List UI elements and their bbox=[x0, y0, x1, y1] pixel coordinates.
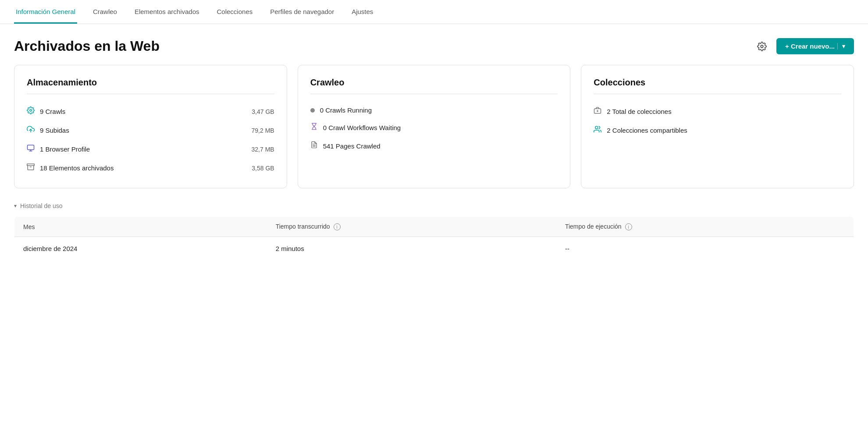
shared-collections-label: 2 Colecciones compartibles bbox=[607, 127, 687, 134]
history-section: ▾ Historial de uso Mes Tiempo transcurri… bbox=[0, 202, 868, 261]
history-table: Mes Tiempo transcurrido i Tiempo de ejec… bbox=[14, 216, 854, 261]
crawls-size: 3,47 GB bbox=[252, 108, 274, 115]
crawl-item-running: 0 Crawls Running bbox=[310, 102, 558, 118]
collections-card-title: Colecciones bbox=[594, 78, 841, 94]
create-new-button[interactable]: + Crear nuevo... ▾ bbox=[776, 38, 854, 54]
table-row: diciembre de 2024 2 minutos -- bbox=[14, 237, 854, 261]
storage-card-title: Almacenamiento bbox=[27, 78, 274, 94]
col-tiempo-ejecucion-label: Tiempo de ejecución bbox=[565, 223, 622, 230]
collection-icon bbox=[594, 106, 601, 117]
header-actions: + Crear nuevo... ▾ bbox=[754, 38, 854, 54]
svg-point-1 bbox=[30, 110, 32, 112]
pages-crawled-label: 541 Pages Crawled bbox=[323, 142, 381, 150]
history-table-head: Mes Tiempo transcurrido i Tiempo de ejec… bbox=[14, 217, 854, 237]
crawls-gear-icon bbox=[27, 106, 35, 117]
settings-icon-button[interactable] bbox=[754, 39, 769, 54]
gear-icon bbox=[757, 42, 767, 51]
col-tiempo-transcurrido-label: Tiempo transcurrido bbox=[276, 223, 330, 230]
storage-item-archived: 18 Elementos archivados 3,58 GB bbox=[27, 159, 274, 177]
storage-item-browser: 1 Browser Profile 32,7 MB bbox=[27, 140, 274, 159]
crawls-label: 9 Crawls bbox=[40, 108, 65, 115]
history-toggle-label: Historial de uso bbox=[20, 202, 63, 209]
history-header-row: Mes Tiempo transcurrido i Tiempo de ejec… bbox=[14, 217, 854, 237]
upload-icon bbox=[27, 125, 35, 135]
tab-profiles[interactable]: Perfiles de navegador bbox=[268, 0, 336, 24]
uploads-label: 9 Subidas bbox=[40, 127, 69, 134]
col-mes: Mes bbox=[14, 217, 267, 237]
browser-size: 32,7 MB bbox=[252, 146, 274, 153]
history-table-body: diciembre de 2024 2 minutos -- bbox=[14, 237, 854, 261]
crawl-item-waiting: 0 Crawl Workflows Waiting bbox=[310, 118, 558, 137]
tab-crawleo[interactable]: Crawleo bbox=[91, 0, 119, 24]
row-tiempo-ejecucion: -- bbox=[556, 237, 854, 261]
collection-item-total: 2 Total de colecciones bbox=[594, 102, 841, 121]
collection-item-shared: 2 Colecciones compartibles bbox=[594, 121, 841, 140]
col-tiempo-transcurrido: Tiempo transcurrido i bbox=[267, 217, 556, 237]
svg-rect-3 bbox=[28, 145, 34, 150]
browser-label: 1 Browser Profile bbox=[40, 145, 90, 153]
hourglass-icon bbox=[310, 123, 318, 132]
col-mes-label: Mes bbox=[23, 223, 35, 230]
tab-archived[interactable]: Elementos archivados bbox=[133, 0, 201, 24]
svg-point-0 bbox=[761, 45, 763, 48]
crawls-running-label: 0 Crawls Running bbox=[320, 106, 372, 114]
chevron-down-icon: ▾ bbox=[14, 203, 17, 209]
storage-item-crawls: 9 Crawls 3,47 GB bbox=[27, 102, 274, 121]
archived-size: 3,58 GB bbox=[252, 165, 274, 172]
tab-settings[interactable]: Ajustes bbox=[350, 0, 375, 24]
storage-card: Almacenamiento 9 Crawls 3,47 GB bbox=[14, 65, 287, 188]
tiempo-ejecucion-info-icon[interactable]: i bbox=[625, 223, 632, 230]
crawl-item-pages: 541 Pages Crawled bbox=[310, 137, 558, 155]
page-header: Archivados en la Web + Crear nuevo... ▾ bbox=[0, 24, 868, 65]
row-tiempo-transcurrido: 2 minutos bbox=[267, 237, 556, 261]
page-title: Archivados en la Web bbox=[14, 38, 160, 54]
total-collections-label: 2 Total de colecciones bbox=[607, 108, 671, 115]
chevron-down-icon: ▾ bbox=[837, 43, 845, 49]
tab-general[interactable]: Información General bbox=[14, 0, 77, 24]
storage-item-uploads: 9 Subidas 79,2 MB bbox=[27, 121, 274, 140]
uploads-size: 79,2 MB bbox=[252, 127, 274, 134]
crawl-waiting-label: 0 Crawl Workflows Waiting bbox=[323, 124, 401, 131]
pages-icon bbox=[310, 141, 318, 151]
dot-icon bbox=[310, 108, 315, 113]
svg-rect-6 bbox=[27, 164, 35, 166]
tab-collections[interactable]: Colecciones bbox=[215, 0, 255, 24]
col-tiempo-ejecucion: Tiempo de ejecución i bbox=[556, 217, 854, 237]
nav-bar: Información General Crawleo Elementos ar… bbox=[0, 0, 868, 24]
cards-row: Almacenamiento 9 Crawls 3,47 GB bbox=[0, 65, 868, 202]
shared-collections-icon bbox=[594, 125, 601, 135]
crawleo-card-title: Crawleo bbox=[310, 78, 558, 94]
archived-label: 18 Elementos archivados bbox=[40, 164, 114, 172]
history-toggle[interactable]: ▾ Historial de uso bbox=[14, 202, 854, 209]
row-mes: diciembre de 2024 bbox=[14, 237, 267, 261]
crawleo-card: Crawleo 0 Crawls Running 0 Crawl Workflo… bbox=[298, 65, 571, 188]
collections-card: Colecciones 2 Total de colecciones bbox=[581, 65, 854, 188]
create-btn-label: + Crear nuevo... bbox=[785, 42, 835, 50]
archive-icon bbox=[27, 163, 35, 173]
browser-icon bbox=[27, 144, 35, 154]
svg-point-13 bbox=[595, 126, 598, 129]
tiempo-transcurrido-info-icon[interactable]: i bbox=[334, 223, 341, 230]
